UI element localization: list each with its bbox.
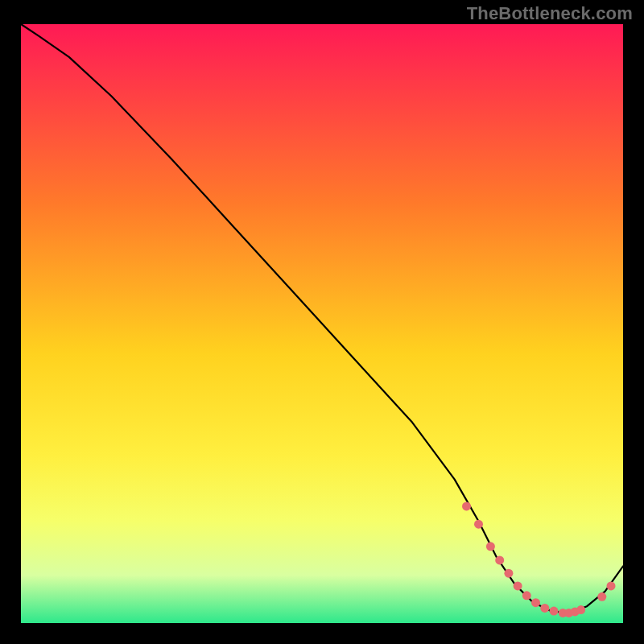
watermark-text: TheBottleneck.com [467, 3, 633, 24]
marker-dot [531, 598, 540, 607]
marker-dot [607, 581, 616, 590]
marker-dot [540, 604, 549, 613]
marker-dot [462, 502, 471, 510]
marker-dot [550, 607, 559, 616]
marker-dot [474, 520, 483, 529]
marker-dot [576, 605, 585, 614]
marker-dot [495, 555, 504, 564]
marker-dot [514, 581, 522, 590]
chart-stage: TheBottleneck.com [0, 0, 644, 644]
marker-dot [522, 591, 531, 600]
marker-dot [504, 569, 513, 578]
marker-dot [486, 542, 495, 551]
marker-dot [597, 592, 606, 601]
bottleneck-chart [0, 0, 644, 644]
